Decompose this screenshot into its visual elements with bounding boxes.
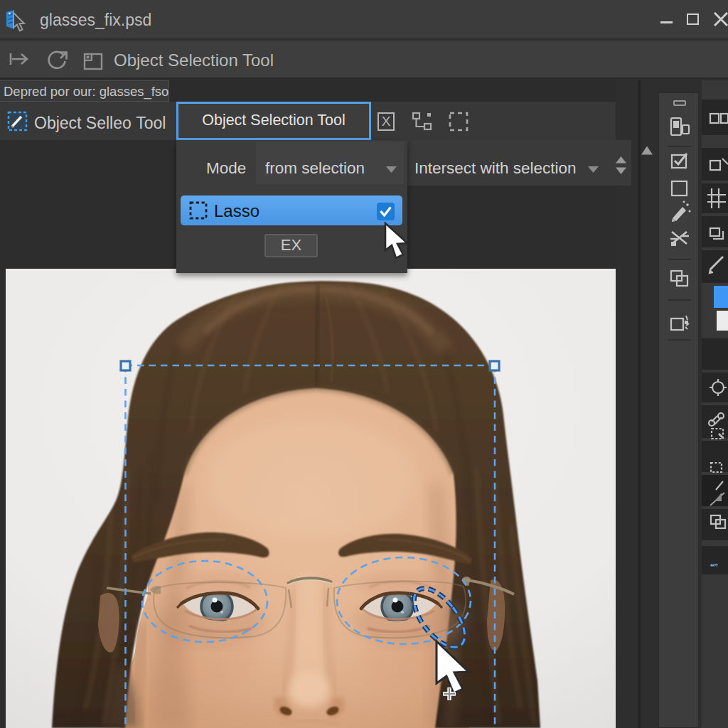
svg-text:“”: “” <box>710 562 718 574</box>
